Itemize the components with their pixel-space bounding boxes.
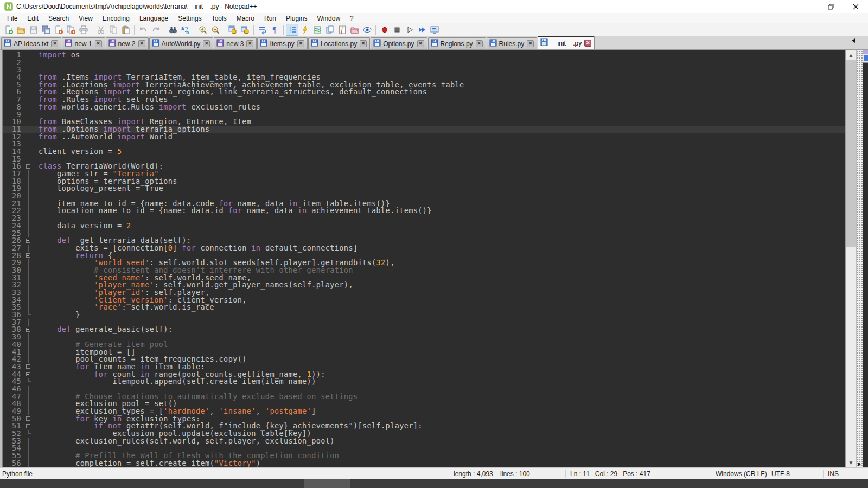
tab-locations-py[interactable]: Locations.py✕ xyxy=(308,37,370,49)
code-line[interactable]: 56 completion = self.create_item("Victor… xyxy=(3,460,845,467)
menu-view[interactable]: View xyxy=(74,14,98,23)
menu-help[interactable]: ? xyxy=(345,14,359,23)
scrollbar-thumb[interactable] xyxy=(846,60,856,247)
tab-close-icon[interactable]: ✕ xyxy=(417,40,424,47)
cut-icon[interactable] xyxy=(94,24,107,36)
code-line[interactable]: 13 xyxy=(3,140,845,148)
document-map-icon[interactable] xyxy=(311,24,323,36)
status-encoding[interactable]: UTF-8 xyxy=(767,470,824,478)
open-file-icon[interactable] xyxy=(15,24,27,36)
sync-vertical-scroll-icon[interactable] xyxy=(226,24,239,36)
status-insert-mode[interactable]: INS xyxy=(824,470,868,478)
menu-macro[interactable]: Macro xyxy=(232,14,259,23)
fold-collapse-icon[interactable] xyxy=(24,163,33,170)
scroll-up-icon[interactable]: ▲ xyxy=(846,50,856,60)
copy-icon[interactable] xyxy=(107,24,119,36)
tab-close-icon[interactable]: ✕ xyxy=(297,40,304,47)
tab-regions-py[interactable]: Regions.py✕ xyxy=(428,37,486,49)
restore-button[interactable] xyxy=(818,0,843,13)
paste-icon[interactable] xyxy=(119,24,132,36)
view-splitter[interactable] xyxy=(856,50,863,467)
new-file-icon[interactable] xyxy=(2,24,15,36)
save-all-icon[interactable] xyxy=(40,24,52,36)
tab-close-icon[interactable]: ✕ xyxy=(95,40,102,47)
tab-new-2[interactable]: new 2✕ xyxy=(106,37,149,49)
tab-close-icon[interactable]: ✕ xyxy=(476,40,483,47)
menu-search[interactable]: Search xyxy=(43,14,74,23)
zoom-out-icon[interactable] xyxy=(209,24,221,36)
sync-horizontal-scroll-icon[interactable] xyxy=(239,24,251,36)
menu-encoding[interactable]: Encoding xyxy=(98,14,135,23)
macro-record-icon[interactable] xyxy=(378,24,391,36)
fold-collapse-icon[interactable] xyxy=(24,371,33,378)
menu-file[interactable]: File xyxy=(2,14,22,23)
vertical-scrollbar[interactable]: ▲ ▼ xyxy=(845,50,856,467)
code-line[interactable]: 12from ..AutoWorld import World xyxy=(3,133,845,141)
zoom-in-icon[interactable] xyxy=(196,24,209,36)
menu-plugins[interactable]: Plugins xyxy=(281,14,312,23)
tab-close-icon[interactable]: ✕ xyxy=(527,40,534,47)
redo-icon[interactable] xyxy=(149,24,162,36)
fold-collapse-icon[interactable] xyxy=(24,415,33,423)
fold-collapse-icon[interactable] xyxy=(24,422,33,430)
file-monitoring-icon[interactable] xyxy=(361,24,373,36)
fold-collapse-icon[interactable] xyxy=(24,237,33,245)
code-line[interactable]: 1import os xyxy=(3,52,845,59)
code-line[interactable]: 35 'race': self.world.is_race xyxy=(3,304,845,311)
tab-new-1[interactable]: new 1✕ xyxy=(62,37,105,49)
tab-close-icon[interactable]: ✕ xyxy=(360,40,367,47)
scroll-down-icon[interactable]: ▼ xyxy=(846,458,856,467)
fold-collapse-icon[interactable] xyxy=(24,252,33,260)
code-line[interactable]: 27 exits = [connection[0] for connection… xyxy=(3,245,845,252)
replace-icon[interactable]: ab xyxy=(179,24,192,36)
find-icon[interactable] xyxy=(167,24,179,36)
code-line[interactable]: 53 exclusion_rules(self.world, self.play… xyxy=(3,438,845,445)
tab-close-icon[interactable]: ✕ xyxy=(584,40,591,47)
code-line[interactable]: 45 itempool.append(self.create_item(item… xyxy=(3,378,845,386)
tab-close-icon[interactable]: ✕ xyxy=(51,40,58,47)
tab-rules-py[interactable]: Rules.py✕ xyxy=(487,37,538,49)
tab-close-icon[interactable]: ✕ xyxy=(246,40,253,47)
menu-window[interactable]: Window xyxy=(312,14,345,23)
show-all-characters-icon[interactable]: ¶ xyxy=(269,24,281,36)
fold-collapse-icon[interactable] xyxy=(24,326,33,333)
menu-tools[interactable]: Tools xyxy=(207,14,232,23)
code-line[interactable]: 36 } xyxy=(3,311,845,319)
close-all-icon[interactable] xyxy=(65,24,77,36)
tab-options-py[interactable]: Options.py✕ xyxy=(371,37,427,49)
undo-icon[interactable] xyxy=(137,24,149,36)
tab-ap-ideas-txt[interactable]: AP Ideas.txt✕ xyxy=(1,37,61,49)
function-list-icon[interactable]: f xyxy=(336,24,348,36)
macro-play-icon[interactable] xyxy=(403,24,416,36)
close-file-icon[interactable] xyxy=(52,24,65,36)
status-eol-format[interactable]: Windows (CR LF) xyxy=(711,470,767,478)
tab-close-icon[interactable]: ✕ xyxy=(138,40,145,47)
menu-settings[interactable]: Settings xyxy=(173,14,206,23)
minimize-button[interactable] xyxy=(793,0,818,13)
macro-run-multiple-icon[interactable] xyxy=(416,24,428,36)
menu-edit[interactable]: Edit xyxy=(22,14,43,23)
menu-run[interactable]: Run xyxy=(259,14,281,23)
code-line[interactable]: 2 xyxy=(3,59,845,67)
close-button[interactable] xyxy=(843,0,868,13)
menu-language[interactable]: Language xyxy=(135,14,173,23)
folder-as-workspace-icon[interactable] xyxy=(348,24,361,36)
tab-new-3[interactable]: new 3✕ xyxy=(214,37,257,49)
word-wrap-icon[interactable] xyxy=(256,24,269,36)
code-editor[interactable]: 1import os234from .Items import Terraria… xyxy=(3,50,845,467)
tab--init-py[interactable]: __init__.py✕ xyxy=(538,36,595,49)
tab-close-icon[interactable]: ✕ xyxy=(203,40,210,47)
code-line[interactable]: 14client_version = 5 xyxy=(3,148,845,156)
document-switcher-icon[interactable] xyxy=(323,24,336,36)
macro-save-icon[interactable] xyxy=(428,24,441,36)
code-line[interactable]: 8from worlds.generic.Rules import exclus… xyxy=(3,104,845,111)
tab-autoworld-py[interactable]: AutoWorld.py✕ xyxy=(149,37,214,49)
code-line[interactable]: 38 def generate_basic(self): xyxy=(3,326,845,333)
function-completion-icon[interactable] xyxy=(298,24,311,36)
fold-collapse-icon[interactable] xyxy=(24,363,33,371)
macro-stop-icon[interactable] xyxy=(391,24,403,36)
code-line[interactable]: 24 data_version = 2 xyxy=(3,222,845,230)
print-icon[interactable] xyxy=(77,24,90,36)
tab-scroll-left-icon[interactable] xyxy=(852,38,855,43)
code-line[interactable]: 22 location_name_to_id = {name: data.id … xyxy=(3,207,845,215)
